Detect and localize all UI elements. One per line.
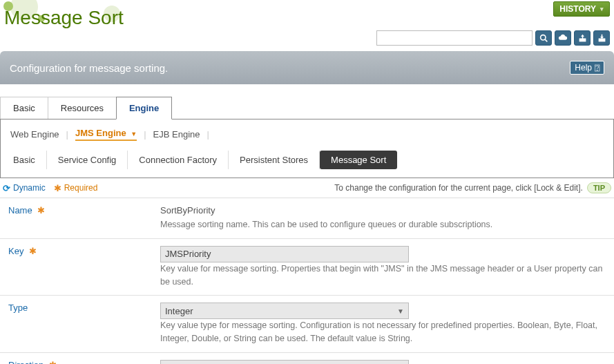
svg-rect-3 [582,36,583,39]
field-type-desc: Key value type for message sorting. Conf… [160,319,606,345]
jms-tab-basic[interactable]: Basic [10,151,47,169]
jms-tab-connection-factory[interactable]: Connection Factory [128,151,229,169]
jms-subtabs: Basic Service Config Connection Factory … [10,151,604,169]
cloud-icon[interactable] [555,30,571,46]
export-icon[interactable] [574,30,591,46]
tab-resources[interactable]: Resources [48,97,117,119]
separator: | [207,129,209,140]
field-name-label: Name [8,205,32,215]
tip-badge: TIP [587,182,611,193]
help-icon: ⍰ [595,63,599,73]
search-input[interactable] [376,30,533,46]
field-name-desc: Message sorting name. This can be used t… [160,218,606,231]
legend-required: ✱ Required [54,183,98,193]
separator: | [66,129,68,140]
separator: | [144,129,146,140]
subtab-jms-label: JMS Engine [75,128,126,138]
asterisk-icon: ✱ [54,183,61,193]
help-label: Help [575,63,592,73]
chevron-down-icon: ▾ [600,6,604,12]
asterisk-icon: ✱ [49,360,57,364]
direction-select[interactable]: Ascending ▼ [160,360,409,364]
field-direction-label: Direction [8,360,44,364]
type-select[interactable]: Integer ▼ [160,303,409,319]
subtitle-bar: Configuration for message sorting. Help … [0,51,614,84]
history-button[interactable]: HISTORY ▾ [553,1,610,17]
asterisk-icon: ✱ [29,246,37,256]
config-form: Name ✱ SortByPriority Message sorting na… [0,198,614,364]
subtab-web-engine[interactable]: Web Engine [10,129,59,140]
legend-required-label: Required [64,183,98,193]
subtitle-text: Configuration for message sorting. [10,62,168,74]
jms-tab-message-sort[interactable]: Message Sort [320,151,397,169]
refresh-icon: ⟳ [3,183,10,193]
chevron-down-icon: ▼ [131,131,137,137]
legend-dynamic: ⟳ Dynamic [3,183,46,193]
page-title: Message Sort [0,1,124,36]
tab-basic[interactable]: Basic [0,97,48,119]
asterisk-icon: ✱ [37,205,45,215]
field-name-value: SortByPriority [160,205,606,215]
chevron-down-icon: ▼ [397,307,404,315]
field-key-desc: Key value for message sorting. Propertie… [160,262,606,289]
subtab-ejb-engine[interactable]: EJB Engine [153,129,200,140]
field-key-label: Key [8,246,23,256]
legend-dynamic-label: Dynamic [13,183,46,193]
help-button[interactable]: Help ⍰ [570,61,604,75]
jms-tab-service-config[interactable]: Service Config [47,151,128,169]
key-input[interactable] [160,246,409,262]
tab-engine[interactable]: Engine [116,97,172,119]
engine-subtabs: Web Engine | JMS Engine ▼ | EJB Engine | [10,128,604,141]
svg-point-0 [540,35,545,39]
import-icon[interactable] [593,30,610,46]
svg-rect-5 [601,34,602,37]
type-select-value: Integer [165,306,193,316]
subtab-jms-engine[interactable]: JMS Engine ▼ [75,128,137,141]
search-icon[interactable] [535,30,552,46]
main-tabs: Basic Resources Engine [0,97,614,119]
tip-text: To change the configuration for the curr… [334,183,583,193]
svg-line-1 [545,39,547,41]
field-type-label: Type [8,303,28,313]
jms-tab-persistent-stores[interactable]: Persistent Stores [229,151,320,169]
history-label: HISTORY [559,4,596,14]
